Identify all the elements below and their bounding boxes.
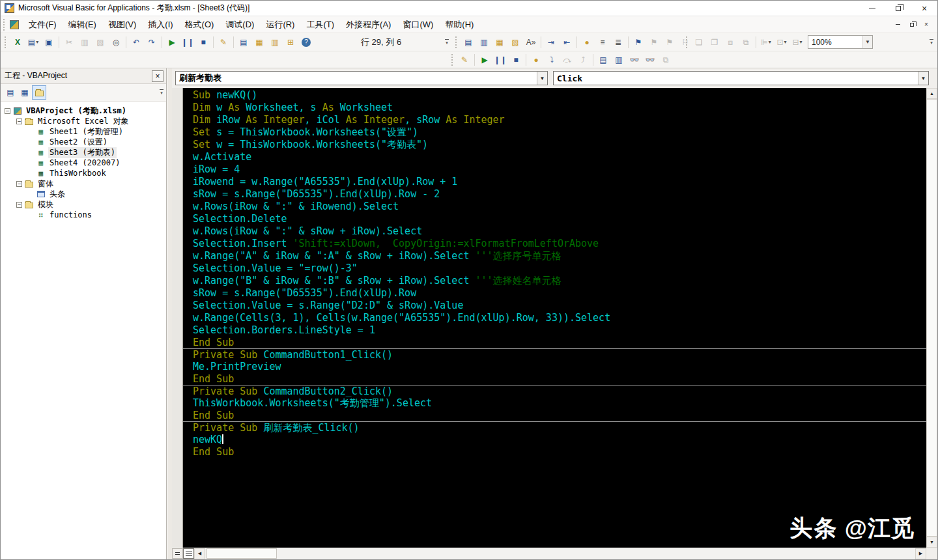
design-mode-icon[interactable]: ✎ — [216, 35, 231, 49]
tree-item-7[interactable]: ▦ThisWorkbook — [1, 168, 166, 178]
list-constants-icon[interactable]: ▥ — [477, 35, 491, 49]
run-icon[interactable]: ▶ — [477, 53, 492, 67]
object-dropdown[interactable]: 刷新考勤表 ▼ — [175, 71, 548, 85]
scroll-left-button[interactable]: ◀ — [194, 548, 205, 559]
break-icon[interactable]: ❙❙ — [493, 53, 507, 67]
toolbar-grip[interactable] — [451, 54, 454, 66]
quick-info-icon[interactable]: ▦ — [492, 35, 507, 49]
tree-item-8[interactable]: −窗体 — [1, 178, 166, 189]
collapse-icon[interactable]: − — [5, 108, 10, 114]
view-object-button[interactable]: ▦ — [18, 85, 32, 100]
scroll-right-button[interactable]: ▶ — [915, 548, 926, 559]
quick-watch-icon[interactable]: 👓 — [643, 53, 657, 67]
collapse-icon[interactable]: − — [16, 119, 22, 124]
object-browser-icon[interactable]: ▥ — [268, 35, 282, 49]
close-button[interactable]: × — [911, 1, 937, 16]
vertical-scrollbar[interactable]: ▲ ▼ — [926, 88, 937, 548]
next-bookmark-icon[interactable]: ⚑ — [647, 35, 661, 49]
menu-item-6[interactable]: 调试(D) — [220, 18, 260, 32]
chevron-down-icon[interactable]: ▼ — [862, 36, 872, 48]
undo-icon[interactable]: ↶ — [129, 35, 143, 49]
design-mode-icon[interactable]: ✎ — [457, 53, 472, 67]
toolbar-overflow-icon[interactable]: ▾ — [444, 36, 450, 49]
step-into-icon[interactable]: ⤵ — [545, 53, 559, 67]
properties-window-icon[interactable]: ▦ — [252, 35, 266, 49]
complete-word-icon[interactable]: A» — [524, 35, 538, 49]
reset-icon[interactable]: ■ — [509, 53, 523, 67]
scroll-down-button[interactable]: ▼ — [926, 537, 937, 548]
collapse-icon[interactable]: − — [16, 181, 22, 187]
menu-item-7[interactable]: 运行(R) — [260, 18, 300, 32]
menu-item-5[interactable]: 格式(O) — [179, 18, 220, 32]
horizontal-scrollbar[interactable]: ◀ ▶ — [172, 548, 926, 559]
save-icon[interactable]: ▣ — [42, 35, 56, 49]
menu-item-3[interactable]: 视图(V) — [102, 18, 142, 32]
toolbox-icon[interactable]: ⊞ — [283, 35, 298, 49]
menu-item-8[interactable]: 工具(T) — [300, 18, 340, 32]
full-module-view-button[interactable] — [183, 548, 194, 559]
tree-item-1[interactable]: −VBAProject (考勤.xlsm) — [1, 105, 166, 116]
arrange-buttons-icon[interactable]: ⊟▾ — [790, 35, 804, 49]
toggle-folders-button[interactable] — [32, 85, 46, 100]
menu-item-11[interactable]: 帮助(H) — [439, 18, 479, 32]
center-icon[interactable]: ⊡▾ — [775, 35, 789, 49]
chevron-down-icon[interactable]: ▼ — [918, 72, 928, 85]
toolbar-overflow-icon[interactable]: ▾ — [928, 36, 935, 49]
list-properties-icon[interactable]: ▤ — [461, 35, 476, 49]
menu-item-4[interactable]: 插入(I) — [142, 18, 178, 32]
toggle-breakpoint-icon[interactable]: ● — [580, 35, 594, 49]
insert-userform-icon[interactable]: ▤▾ — [26, 35, 40, 49]
comment-block-icon[interactable]: ≡ — [595, 35, 610, 49]
toolbar-grip[interactable] — [3, 19, 6, 31]
call-stack-icon[interactable]: ⧉ — [659, 53, 673, 67]
document-icon[interactable] — [10, 20, 19, 29]
outdent-icon[interactable]: ⇤ — [560, 35, 574, 49]
tree-item-6[interactable]: ▦Sheet4 (202007) — [1, 158, 166, 168]
toggle-breakpoint-icon[interactable]: ● — [529, 53, 543, 67]
tree-item-11[interactable]: ∷functions — [1, 210, 166, 220]
panel-splitter[interactable] — [167, 68, 172, 559]
find-icon[interactable]: ◎ — [109, 35, 123, 49]
vertical-scroll-thumb[interactable] — [926, 99, 937, 537]
toolbar-grip[interactable] — [455, 36, 458, 48]
watch-window-icon[interactable]: 👓 — [627, 53, 642, 67]
locals-window-icon[interactable]: ▤ — [596, 53, 610, 67]
menu-item-10[interactable]: 窗口(W) — [397, 18, 439, 32]
restore-button[interactable] — [885, 1, 911, 16]
procedure-dropdown[interactable]: Click ▼ — [553, 71, 929, 85]
copy-icon[interactable]: ▥ — [78, 35, 92, 49]
tree-item-2[interactable]: −Microsoft Excel 对象 — [1, 116, 166, 126]
group-icon[interactable]: ⧈ — [723, 35, 737, 49]
tree-item-10[interactable]: −模块 — [1, 199, 166, 210]
menu-item-2[interactable]: 编辑(E) — [63, 18, 102, 32]
reset-icon[interactable]: ■ — [196, 35, 210, 49]
indent-icon[interactable]: ⇥ — [544, 35, 558, 49]
bring-to-front-icon[interactable]: ❏ — [692, 35, 706, 49]
send-to-back-icon[interactable]: ❐ — [707, 35, 722, 49]
collapse-icon[interactable]: − — [16, 202, 22, 208]
margin-indicator-bar[interactable] — [172, 88, 183, 548]
procedure-view-button[interactable] — [172, 548, 183, 559]
toolbar-grip[interactable] — [5, 36, 7, 48]
parameter-info-icon[interactable]: ▧ — [508, 35, 522, 49]
cut-icon[interactable]: ✂ — [62, 35, 76, 49]
immediate-window-icon[interactable]: ▥ — [612, 53, 626, 67]
menu-item-1[interactable]: 文件(F) — [23, 18, 63, 32]
child-restore-button[interactable] — [905, 19, 919, 31]
tree-item-3[interactable]: ▦Sheet1 (考勤管理) — [1, 126, 166, 137]
ungroup-icon[interactable]: ⧉ — [739, 35, 753, 49]
horizontal-scroll-thumb[interactable] — [206, 548, 277, 559]
uncomment-block-icon[interactable]: ≣ — [611, 35, 625, 49]
project-panel-close-button[interactable]: × — [152, 70, 163, 82]
code-editor[interactable]: Sub newKQ()Dim w As Worksheet, s As Work… — [172, 88, 926, 548]
paste-icon[interactable]: ▧ — [93, 35, 107, 49]
view-code-button[interactable]: ▤ — [3, 85, 18, 100]
zoom-combobox[interactable]: 100%▼ — [808, 35, 873, 49]
child-minimize-button[interactable] — [890, 19, 905, 31]
chevron-down-icon[interactable]: ▼ — [537, 72, 547, 85]
tree-item-4[interactable]: ▦Sheet2 (设置) — [1, 137, 166, 147]
break-icon[interactable]: ❙❙ — [180, 35, 195, 49]
previous-bookmark-icon[interactable]: ⚑ — [662, 35, 677, 49]
step-over-icon[interactable]: ⤼ — [560, 53, 575, 67]
project-explorer-icon[interactable]: ▤ — [236, 35, 251, 49]
